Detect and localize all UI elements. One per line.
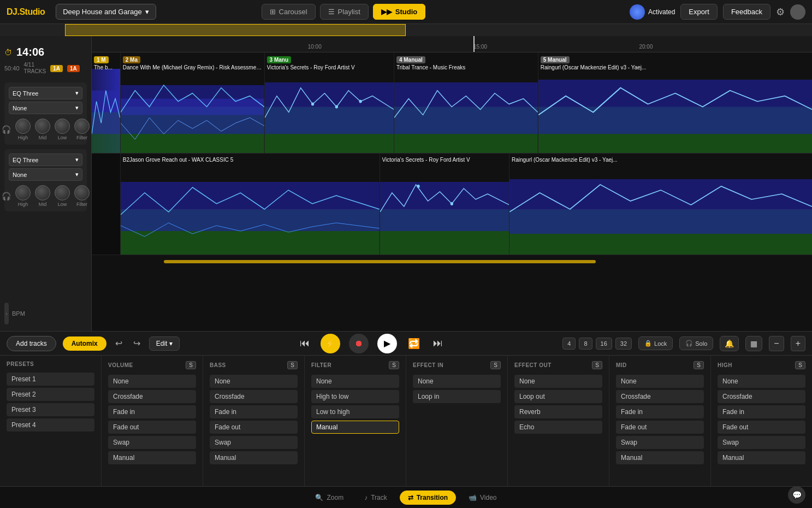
mid-fadein-item[interactable]: Fade in xyxy=(616,405,704,418)
timeline-overview[interactable] xyxy=(0,24,812,36)
playlist-selector[interactable]: Deep House and Garage ▾ xyxy=(56,4,156,20)
mid-swap-item[interactable]: Swap xyxy=(616,436,704,449)
repeat-button[interactable]: 🔁 xyxy=(406,335,422,352)
high-none-item[interactable]: None xyxy=(718,375,805,388)
knob-low-2[interactable] xyxy=(55,185,70,200)
panel-expand-handle[interactable]: › xyxy=(4,303,9,324)
high-swap-item[interactable]: Swap xyxy=(718,436,805,449)
mid-fadeout-item[interactable]: Fade out xyxy=(616,421,704,434)
eq-filter-select-1[interactable]: None ▾ xyxy=(9,102,82,114)
knob-mid-2[interactable] xyxy=(35,185,50,200)
user-avatar[interactable] xyxy=(790,4,805,20)
effect-in-none-item[interactable]: None xyxy=(413,375,501,388)
track-block-b1[interactable]: B2Jason Grove Reach out - WAX CLASSIC 5 xyxy=(121,153,380,255)
studio-nav-btn[interactable]: ▶▶ Studio xyxy=(373,4,425,20)
zoom-out-button[interactable]: − xyxy=(769,336,784,351)
preset-3-item[interactable]: Preset 3 xyxy=(7,403,94,416)
track-block-b3[interactable]: Raingurl (Oscar Mackenzie Edit) v3 - Yae… xyxy=(509,153,812,255)
playlist-nav-btn[interactable]: ☰ Playlist xyxy=(320,4,369,20)
volume-swap-item[interactable]: Swap xyxy=(108,436,196,449)
effect-in-s-button[interactable]: S xyxy=(490,361,501,369)
edit-button[interactable]: Edit ▾ xyxy=(149,336,180,351)
high-fadeout-item[interactable]: Fade out xyxy=(718,421,805,434)
effect-out-reverb-item[interactable]: Reverb xyxy=(514,405,602,418)
chat-button[interactable]: 💬 xyxy=(788,486,805,504)
export-button[interactable]: Export xyxy=(680,4,718,20)
preset-4-item[interactable]: Preset 4 xyxy=(7,418,94,432)
filter-none-item[interactable]: None xyxy=(311,375,399,388)
bass-none-item[interactable]: None xyxy=(210,375,298,388)
knob-filter-1[interactable] xyxy=(74,119,90,134)
high-manual-item[interactable]: Manual xyxy=(718,451,805,464)
effect-out-none-item[interactable]: None xyxy=(514,375,602,388)
timeline-highlight[interactable] xyxy=(65,24,406,36)
bass-swap-item[interactable]: Swap xyxy=(210,436,298,449)
effect-out-echo-item[interactable]: Echo xyxy=(514,421,602,434)
track-block-4[interactable]: 4 Manual Tribal Trance - Music Freaks xyxy=(394,52,538,153)
lock-button[interactable]: 🔒 Lock xyxy=(638,336,673,350)
filter-manual-item[interactable]: Manual xyxy=(311,421,399,434)
volume-none-item[interactable]: None xyxy=(108,375,196,388)
play-button[interactable]: ▶ xyxy=(377,334,397,353)
mid-crossfade-item[interactable]: Crossfade xyxy=(616,390,704,403)
knob-mid-1[interactable] xyxy=(35,119,50,134)
eq-filter-select-2[interactable]: None ▾ xyxy=(9,168,82,181)
volume-s-button[interactable]: S xyxy=(186,361,196,369)
filter-low-to-high-item[interactable]: Low to high xyxy=(311,405,399,418)
eq-type-select-1[interactable]: EQ Three ▾ xyxy=(9,87,82,99)
record-button[interactable]: ⏺ xyxy=(349,334,369,353)
zoom-tab-button[interactable]: 🔍 Zoom xyxy=(307,491,352,505)
grid-button[interactable]: ▦ xyxy=(745,336,762,351)
effect-in-loopin-item[interactable]: Loop in xyxy=(413,390,501,403)
volume-crossfade-item[interactable]: Crossfade xyxy=(108,390,196,403)
knob-high-1[interactable] xyxy=(15,119,31,134)
preset-2-item[interactable]: Preset 2 xyxy=(7,388,94,401)
track-block-3[interactable]: 3 Manu Victoria's Secrets - Roy Ford Art… xyxy=(265,52,394,153)
scroll-bar[interactable] xyxy=(92,255,812,265)
mid-none-item[interactable]: None xyxy=(616,375,704,388)
knob-low-1[interactable] xyxy=(55,119,70,134)
beat-4-button[interactable]: 4 xyxy=(562,338,576,350)
knob-high-2[interactable] xyxy=(15,185,31,200)
settings-icon[interactable]: ⚙ xyxy=(776,6,785,18)
mid-manual-item[interactable]: Manual xyxy=(616,451,704,464)
carousel-nav-btn[interactable]: ⊞ Carousel xyxy=(262,4,316,20)
undo-button[interactable]: ↩ xyxy=(113,336,125,351)
beat-16-button[interactable]: 16 xyxy=(596,338,612,350)
filter-s-button[interactable]: S xyxy=(389,361,399,369)
volume-fadein-item[interactable]: Fade in xyxy=(108,405,196,418)
solo-button[interactable]: 🎧 Solo xyxy=(679,336,713,350)
track-block-5[interactable]: 5 Manual Raingurl (Oscar Mackenzie Edit)… xyxy=(538,52,812,153)
skip-back-button[interactable]: ⏮ xyxy=(298,335,312,351)
bass-fadeout-item[interactable]: Fade out xyxy=(210,421,298,434)
beat-32-button[interactable]: 32 xyxy=(615,338,632,350)
track-block-1[interactable]: 1 M The b... xyxy=(92,52,121,153)
bass-fadein-item[interactable]: Fade in xyxy=(210,405,298,418)
knob-filter-2[interactable] xyxy=(74,185,90,200)
high-s-button[interactable]: S xyxy=(795,361,805,369)
effect-out-s-button[interactable]: S xyxy=(592,361,602,369)
zoom-in-button[interactable]: + xyxy=(791,336,805,351)
bass-s-button[interactable]: S xyxy=(287,361,298,369)
high-fadein-item[interactable]: Fade in xyxy=(718,405,805,418)
skip-forward-button[interactable]: ⏭ xyxy=(431,335,445,351)
transition-tab-button[interactable]: ⇄ Transition xyxy=(400,491,456,505)
eq-type-select-2[interactable]: EQ Three ▾ xyxy=(9,153,82,166)
bass-crossfade-item[interactable]: Crossfade xyxy=(210,390,298,403)
mid-s-button[interactable]: S xyxy=(694,361,704,369)
track-block-2[interactable]: 2 Ma Dance With Me (Michael Gray Remix) … xyxy=(121,52,265,153)
redo-button[interactable]: ↪ xyxy=(131,336,143,351)
track-tab-button[interactable]: ♪ Track xyxy=(356,491,395,505)
automix-button[interactable]: Automix xyxy=(63,336,106,351)
high-crossfade-item[interactable]: Crossfade xyxy=(718,390,805,403)
volume-fadeout-item[interactable]: Fade out xyxy=(108,421,196,434)
effect-out-loopout-item[interactable]: Loop out xyxy=(514,390,602,403)
video-tab-button[interactable]: 📹 Video xyxy=(460,491,505,505)
metronome-button[interactable]: 🔔 xyxy=(720,336,739,351)
preset-1-item[interactable]: Preset 1 xyxy=(7,373,94,386)
loop-button[interactable]: ⚡ xyxy=(321,334,340,353)
track-block-b2[interactable]: Victoria's Secrets - Roy Ford Artist V xyxy=(380,153,509,255)
feedback-button[interactable]: Feedback xyxy=(723,4,770,20)
filter-high-to-low-item[interactable]: High to low xyxy=(311,390,399,403)
headphone-icon-1[interactable]: 🎧 xyxy=(2,125,11,134)
